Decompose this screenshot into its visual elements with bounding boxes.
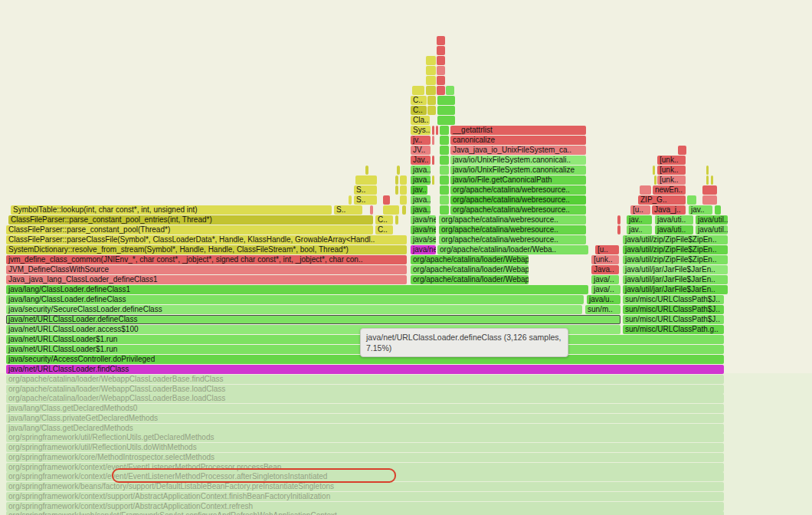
- flame-frame-sliver[interactable]: [400, 195, 407, 205]
- flame-frame[interactable]: java/util/jar/JarFile$JarEn..: [623, 275, 728, 284]
- flame-frame-sliver[interactable]: [437, 76, 445, 85]
- flame-frame-sliver[interactable]: [436, 126, 438, 135]
- flame-frame-sliver[interactable]: [653, 166, 655, 175]
- flame-frame-sliver[interactable]: [395, 185, 398, 195]
- flame-frame[interactable]: ClassFileParser::parse_constant_pool_ent…: [8, 215, 373, 225]
- flame-frame[interactable]: org/apache/catalina/loader/WebappClassLo…: [411, 255, 529, 264]
- flame-frame-sliver[interactable]: [687, 195, 696, 205]
- flame-frame[interactable]: java/util..: [696, 215, 728, 225]
- flame-frame-sliver[interactable]: [432, 126, 434, 135]
- flame-frame-sliver[interactable]: [427, 96, 436, 105]
- flame-frame[interactable]: org/springframework/beans/factory/suppor…: [6, 482, 724, 491]
- flame-frame[interactable]: JVM_DefineClassWithSource: [6, 265, 407, 274]
- flame-frame-sliver[interactable]: [383, 195, 390, 205]
- flame-frame[interactable]: org/apache/catalina/loader/WebappClassLo…: [411, 275, 529, 284]
- flame-frame-sliver[interactable]: [365, 166, 368, 175]
- flame-frame[interactable]: java/util/zip/ZipFile$ZipEn..: [623, 235, 728, 244]
- flame-frame[interactable]: sun/misc/URLClassPath$J..: [623, 295, 724, 304]
- flame-frame-sliver[interactable]: [437, 116, 455, 125]
- flame-frame[interactable]: org/springframework/util/ReflectionUtils…: [6, 433, 724, 442]
- flame-frame[interactable]: java/io/UnixFileSystem.canonicali..: [450, 156, 586, 165]
- flame-frame-sliver[interactable]: [427, 106, 436, 115]
- flame-frame[interactable]: newEn..: [653, 185, 686, 195]
- flame-frame-sliver[interactable]: [440, 195, 449, 205]
- flame-frame[interactable]: [u..: [595, 245, 619, 254]
- flame-frame[interactable]: java/lang/ClassLoader.defineClass1: [6, 285, 588, 294]
- flame-frame-sliver[interactable]: [400, 185, 407, 195]
- flame-frame[interactable]: org/apache/catalina/loader/WebappClassLo…: [6, 375, 724, 384]
- flame-frame[interactable]: org/apache/catalina/webresource..: [450, 195, 586, 205]
- flame-frame[interactable]: java/se..: [411, 235, 436, 244]
- flame-frame-sliver[interactable]: [437, 36, 445, 45]
- flame-frame[interactable]: S..: [354, 185, 377, 195]
- flame-frame-sliver[interactable]: [440, 175, 449, 185]
- flame-frame-sliver[interactable]: [383, 205, 399, 215]
- flame-frame-sliver[interactable]: [370, 205, 373, 215]
- flame-frame[interactable]: java/io/File.getCanonicalPath: [450, 175, 586, 185]
- flame-frame[interactable]: java/io/UnixFileSystem.canonicalize: [450, 166, 586, 175]
- flame-frame-sliver[interactable]: [446, 86, 454, 95]
- flame-frame[interactable]: java/net/URLClassLoader.defineClass: [6, 315, 620, 324]
- flame-frame-sliver[interactable]: [437, 66, 445, 75]
- flame-frame[interactable]: org/springframework/core/MethodIntrospec…: [6, 453, 724, 462]
- flame-frame[interactable]: java..: [411, 205, 431, 215]
- flame-frame[interactable]: Jav..: [411, 156, 431, 165]
- flame-frame-sliver[interactable]: [678, 146, 686, 155]
- flame-frame[interactable]: java/uti..: [655, 215, 693, 225]
- flame-frame-sliver[interactable]: [437, 86, 445, 95]
- flame-frame[interactable]: java/security/SecureClassLoader.defineCl…: [6, 305, 582, 314]
- flame-frame[interactable]: org/springframework/util/ReflectionUtils…: [6, 443, 724, 452]
- flame-frame-sliver[interactable]: [395, 215, 398, 225]
- flame-frame-sliver[interactable]: [617, 215, 620, 225]
- flame-frame[interactable]: [unk..: [591, 255, 619, 264]
- flame-frame[interactable]: jav..: [411, 185, 427, 195]
- flame-frame-sliver[interactable]: [426, 86, 436, 95]
- flame-frame[interactable]: C..: [375, 225, 393, 235]
- flame-frame-sliver[interactable]: [437, 106, 455, 115]
- flame-frame[interactable]: [unk..: [657, 156, 686, 165]
- flame-frame[interactable]: C..: [411, 96, 427, 105]
- flame-frame-sliver[interactable]: [702, 185, 717, 195]
- flame-frame[interactable]: sun/misc/URLClassPath.g..: [623, 325, 724, 334]
- flame-frame-sliver[interactable]: [426, 76, 436, 85]
- flame-frame-sliver[interactable]: [397, 166, 400, 175]
- flame-frame[interactable]: Sys..: [411, 126, 431, 135]
- flame-frame-sliver[interactable]: [437, 56, 445, 65]
- flame-frame[interactable]: S..: [354, 195, 377, 205]
- flame-frame[interactable]: java/ne..: [411, 245, 436, 254]
- flame-frame-sliver[interactable]: [395, 175, 398, 185]
- flame-frame[interactable]: [u..: [630, 205, 650, 215]
- flame-frame[interactable]: C..: [411, 106, 427, 115]
- flame-frame-sliver[interactable]: [440, 185, 449, 195]
- flame-frame[interactable]: java/util..: [696, 225, 728, 235]
- flame-frame[interactable]: C..: [375, 215, 393, 225]
- flame-frame[interactable]: java/lang/ClassLoader.defineClass: [6, 295, 584, 304]
- flame-frame[interactable]: JV..: [411, 146, 431, 155]
- flame-frame[interactable]: java/lang/Class.privateGetDeclaredMethod…: [6, 414, 724, 423]
- flame-frame-sliver[interactable]: [437, 46, 445, 55]
- flame-frame[interactable]: Java_j..: [652, 205, 686, 215]
- flame-frame[interactable]: java..: [411, 195, 431, 205]
- flame-frame[interactable]: SymbolTable::lookup(int, char const*, in…: [11, 205, 332, 215]
- flame-frame[interactable]: java/util/jar/JarFile$JarEn..: [623, 265, 728, 274]
- flame-frame-sliver[interactable]: [432, 175, 434, 185]
- flame-frame-sliver[interactable]: [349, 195, 352, 205]
- flame-frame[interactable]: __getattrlist: [450, 126, 586, 135]
- flame-frame[interactable]: org/springframework/context/event/EventL…: [6, 472, 724, 481]
- flame-frame[interactable]: [unk..: [657, 166, 686, 175]
- flame-frame[interactable]: java/net/URLClassLoader.findClass: [6, 365, 724, 374]
- flame-frame[interactable]: Java_java_lang_ClassLoader_defineClass1: [6, 275, 407, 284]
- flame-frame[interactable]: org/apache/catalina/webresource..: [439, 215, 586, 225]
- flame-frame[interactable]: jav..: [689, 205, 712, 215]
- flame-frame[interactable]: java/..: [591, 285, 620, 294]
- flame-frame[interactable]: SystemDictionary::resolve_from_stream(Sy…: [6, 245, 407, 254]
- flame-frame-sliver[interactable]: [432, 136, 434, 145]
- flame-frame[interactable]: java/ne..: [411, 225, 436, 235]
- flame-frame[interactable]: Java..: [591, 265, 619, 274]
- flame-frame[interactable]: org/springframework/context/support/Abst…: [6, 502, 724, 511]
- flame-frame[interactable]: org/apache/catalina/loader/WebappClassLo…: [6, 385, 724, 394]
- flame-frame-sliver[interactable]: [412, 86, 424, 95]
- flame-frame[interactable]: java/uti..: [655, 225, 693, 235]
- flame-frame[interactable]: ZIP_G..: [638, 195, 686, 205]
- flame-frame-sliver[interactable]: [617, 225, 620, 235]
